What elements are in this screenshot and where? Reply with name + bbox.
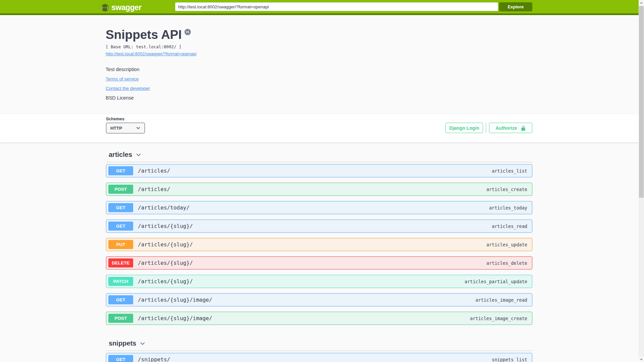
endpoint-path: /articles/{slug}/ [138, 260, 193, 266]
operation-id: articles_image_create [470, 316, 527, 321]
license-text: BSD License [106, 95, 532, 101]
tag-title: snippets [109, 340, 136, 347]
scheme-container: Schemes HTTP Django Login Authorize [0, 114, 639, 142]
method-badge: POST [108, 314, 133, 323]
swagger-logo[interactable]: {···} swagger [101, 3, 142, 12]
operation-id: articles_today [489, 205, 527, 210]
endpoint-path: /snippets/ [138, 356, 170, 362]
tag-title: articles [109, 151, 132, 159]
divider [106, 162, 532, 162]
contact-developer-link[interactable]: Contact the developer [106, 86, 150, 91]
brand-name: swagger [111, 3, 142, 12]
method-badge: DELETE [108, 258, 133, 267]
scrollbar-thumb[interactable] [639, 6, 644, 198]
chevron-down-icon [140, 341, 146, 347]
operations-list: articles GET /articles/ articles_list PO… [106, 151, 532, 362]
endpoint-row[interactable]: PATCH /articles/{slug}/ articles_partial… [106, 275, 532, 288]
endpoint-row[interactable]: GET /articles/ articles_list [106, 164, 532, 177]
method-badge: POST [108, 185, 133, 194]
endpoint-path: /articles/{slug}/image/ [138, 297, 212, 303]
endpoint-row[interactable]: POST /articles/{slug}/image/ articles_im… [106, 312, 532, 325]
scheme-selected-value: HTTP [110, 126, 122, 131]
endpoint-row[interactable]: GET /snippets/ snippets_list [106, 353, 532, 362]
endpoint-row[interactable]: GET /articles/{slug}/ articles_read [106, 220, 532, 233]
endpoint-path: /articles/today/ [138, 204, 190, 211]
endpoint-row[interactable]: GET /articles/{slug}/image/ articles_ima… [106, 293, 532, 306]
api-description: Test description [106, 67, 532, 72]
operation-id: articles_image_read [476, 297, 527, 303]
endpoint-row[interactable]: POST /articles/ articles_create [106, 183, 532, 196]
method-badge: PUT [108, 240, 133, 249]
base-url: [ Base URL: test.local:8002/ ] [106, 44, 532, 49]
operation-id: articles_partial_update [465, 279, 527, 284]
method-badge: GET [108, 222, 133, 231]
method-badge: GET [108, 203, 133, 212]
chevron-down-icon [136, 126, 141, 130]
divider [106, 351, 532, 351]
version-badge: v1 [184, 29, 191, 35]
endpoint-path: /articles/{slug}/ [138, 223, 193, 229]
method-badge: GET [108, 295, 133, 304]
endpoint-row[interactable]: DELETE /articles/{slug}/ articles_delete [106, 256, 532, 269]
operation-id: articles_read [492, 224, 527, 229]
scrollbar-up-arrow-icon[interactable] [639, 0, 644, 6]
operation-id: articles_list [492, 168, 527, 174]
swagger-braces-icon: {···} [101, 4, 109, 11]
authorize-button[interactable]: Authorize [489, 123, 532, 133]
endpoint-path: /articles/{slug}/ [138, 241, 193, 248]
page-title: Snippets API [106, 28, 182, 42]
explore-button[interactable]: Explore [499, 2, 532, 11]
operation-id: articles_create [486, 187, 527, 192]
endpoint-row[interactable]: GET /articles/today/ articles_today [106, 201, 532, 214]
method-badge: GET [108, 166, 133, 175]
scheme-select[interactable]: HTTP [106, 123, 145, 133]
endpoint-path: /articles/ [138, 168, 170, 174]
django-login-button[interactable]: Django Login [445, 123, 483, 133]
api-info: Snippets API v1 [ Base URL: test.local:8… [106, 28, 532, 101]
tag-header-articles[interactable]: articles [106, 151, 532, 159]
top-bar: {···} swagger Explore [0, 0, 639, 15]
vertical-scrollbar[interactable] [639, 0, 644, 362]
endpoint-path: /articles/{slug}/ [138, 278, 193, 285]
scrollbar-down-arrow-icon[interactable] [639, 356, 644, 362]
operation-id: snippets_list [492, 357, 527, 362]
schemes-label: Schemes [106, 117, 124, 121]
method-badge: PATCH [108, 277, 133, 286]
endpoint-row[interactable]: PUT /articles/{slug}/ articles_update [106, 238, 532, 251]
endpoint-path: /articles/{slug}/image/ [138, 315, 212, 321]
method-badge: GET [108, 355, 133, 362]
tag-header-snippets[interactable]: snippets [106, 340, 532, 347]
operation-id: articles_delete [486, 260, 527, 266]
operation-id: articles_update [486, 242, 527, 247]
authorize-label: Authorize [495, 125, 517, 131]
spec-link[interactable]: http://test.local:8002/swagger/?format=o… [106, 51, 197, 56]
chevron-down-icon [136, 152, 142, 158]
divider [486, 123, 486, 133]
spec-url-input[interactable] [175, 2, 498, 11]
endpoint-path: /articles/ [138, 186, 170, 192]
unlocked-padlock-icon [521, 125, 526, 131]
terms-of-service-link[interactable]: Terms of service [106, 76, 139, 81]
